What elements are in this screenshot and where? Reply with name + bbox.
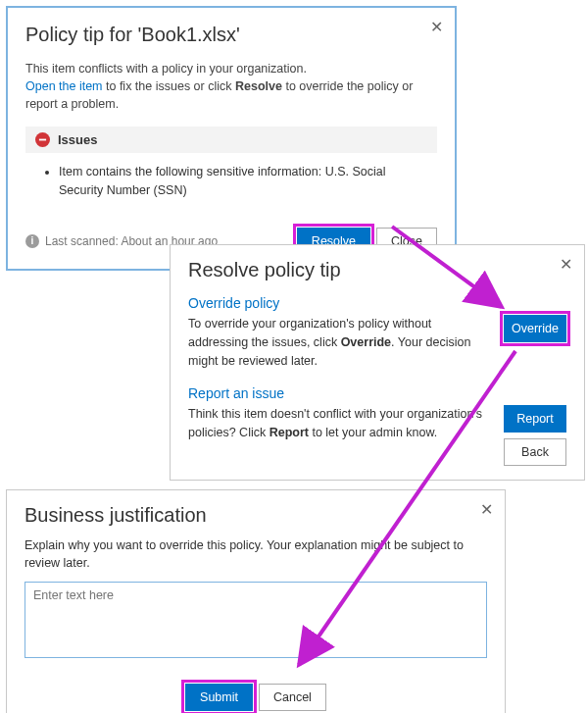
back-button[interactable]: Back xyxy=(504,438,566,466)
close-icon[interactable]: ✕ xyxy=(480,500,493,519)
resolve-policy-dialog: ✕ Resolve policy tip Override policy To … xyxy=(170,244,585,481)
desc-bold: Resolve xyxy=(235,79,282,93)
justification-input[interactable] xyxy=(24,582,487,658)
report-description: Think this item doesn't conflict with yo… xyxy=(188,405,490,442)
issues-header: Issues xyxy=(25,127,437,153)
policy-tip-dialog: ✕ Policy tip for 'Book1.xlsx' This item … xyxy=(6,6,457,271)
dialog-title: Business justification xyxy=(24,504,487,527)
cancel-button[interactable]: Cancel xyxy=(259,684,326,711)
text: to let your admin know. xyxy=(309,426,437,439)
issue-item: Item contains the following sensitive in… xyxy=(59,163,427,200)
close-icon[interactable]: ✕ xyxy=(430,18,443,36)
override-description: To override your organization's policy w… xyxy=(188,315,490,370)
dialog-description: Explain why you want to override this po… xyxy=(24,536,487,572)
info-icon: i xyxy=(25,234,39,248)
text-bold: Report xyxy=(270,426,309,439)
issues-list: Item contains the following sensitive in… xyxy=(25,153,437,210)
open-item-link[interactable]: Open the item xyxy=(25,79,103,93)
submit-button[interactable]: Submit xyxy=(185,684,253,711)
business-justification-dialog: ✕ Business justification Explain why you… xyxy=(6,489,506,713)
report-section-header: Report an issue xyxy=(188,385,566,401)
override-section-header: Override policy xyxy=(188,295,566,311)
close-icon[interactable]: ✕ xyxy=(560,255,572,274)
report-button[interactable]: Report xyxy=(504,405,566,433)
text-bold: Override xyxy=(341,335,391,349)
block-icon xyxy=(35,132,50,147)
issues-label: Issues xyxy=(58,132,97,147)
dialog-title: Resolve policy tip xyxy=(188,259,566,281)
desc-text: to fix the issues or click xyxy=(103,79,235,93)
override-button[interactable]: Override xyxy=(504,315,566,342)
svg-rect-0 xyxy=(39,139,46,141)
dialog-description: This item conflicts with a policy in you… xyxy=(25,60,437,113)
desc-text: This item conflicts with a policy in you… xyxy=(25,62,307,76)
dialog-title: Policy tip for 'Book1.xlsx' xyxy=(25,24,437,46)
